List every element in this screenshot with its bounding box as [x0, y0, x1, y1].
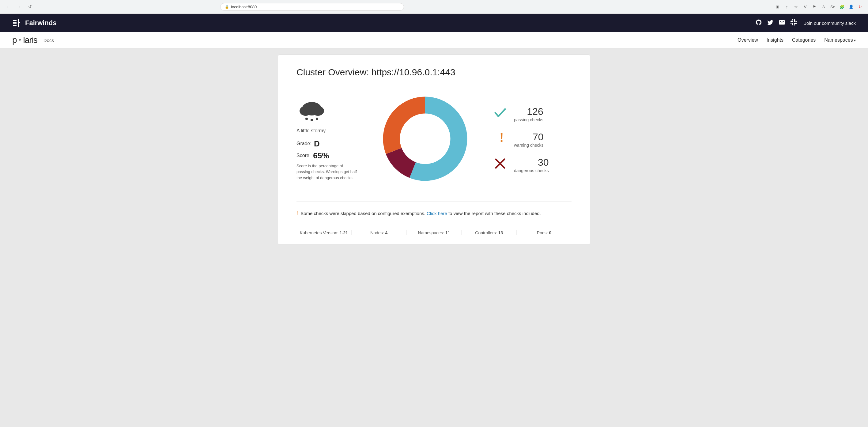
notice-bang-icon: ! — [297, 210, 298, 216]
footer-controllers: Controllers: 13 — [462, 230, 517, 235]
notice-text-after: to view the report with these checks inc… — [448, 211, 541, 216]
ext-update[interactable]: ↻ — [856, 3, 864, 11]
reload-button[interactable]: ↺ — [26, 2, 34, 11]
svg-point-9 — [305, 118, 308, 120]
app-subnav: p ◦ laris Docs Overview Insights Categor… — [0, 32, 868, 49]
danger-count: 30 — [514, 157, 549, 168]
danger-stat-row: 30 dangerous checks — [493, 157, 549, 173]
docs-link[interactable]: Docs — [43, 38, 54, 43]
nav-insights[interactable]: Insights — [767, 37, 783, 43]
ext-flag[interactable]: ⚑ — [810, 3, 818, 11]
footer-pods: Pods: 0 — [517, 230, 571, 235]
footer-nodes-label: Nodes: — [370, 230, 385, 235]
ext-vpn[interactable]: V — [801, 3, 809, 11]
ext-translate[interactable]: ⊞ — [774, 3, 782, 11]
back-button[interactable]: ← — [4, 2, 12, 11]
github-link[interactable] — [755, 19, 762, 27]
overview-grid: A little stormy Grade: D Score: 65% Scor… — [297, 90, 571, 189]
lock-icon: 🔒 — [225, 5, 229, 9]
overview-card: Cluster Overview: https://10.96.0.1:443 — [278, 55, 590, 245]
notice-click-here-link[interactable]: Click here — [427, 211, 447, 216]
email-link[interactable] — [779, 19, 785, 27]
left-column: A little stormy Grade: D Score: 65% Scor… — [297, 98, 358, 181]
app-header-top: Fairwinds Join our community slack — [0, 14, 868, 32]
footer-info-row: Kubernetes Version: 1.21 Nodes: 4 Namesp… — [297, 224, 571, 235]
grade-label: Grade: — [297, 141, 311, 146]
polaris-logo-rest: laris — [23, 35, 37, 45]
brand-logo-icon — [12, 18, 22, 28]
svg-rect-4 — [18, 22, 20, 23]
join-slack-link[interactable]: Join our community slack — [804, 21, 856, 26]
svg-text:!: ! — [500, 131, 503, 144]
grade-row: Grade: D — [297, 139, 358, 149]
ext-upload[interactable]: ↑ — [783, 3, 791, 11]
polaris-logo: p ◦ laris — [12, 35, 37, 45]
forward-button[interactable]: → — [15, 2, 23, 11]
browser-toolbar: ← → ↺ 🔒 localhost:8080 ⊞ ↑ ☆ V ⚑ A Se 🧩 … — [0, 0, 868, 13]
warning-notice: ! Some checks were skipped based on conf… — [297, 201, 571, 218]
url-text: localhost:8080 — [231, 5, 257, 9]
score-label: Score: — [297, 153, 311, 158]
warning-stat-info: 70 warning checks — [514, 131, 544, 148]
footer-namespaces-value: 11 — [445, 230, 450, 235]
warning-count: 70 — [514, 131, 544, 143]
score-description: Score is the percentage of passing check… — [297, 163, 358, 181]
passing-count: 126 — [514, 106, 543, 117]
footer-nodes: Nodes: 4 — [351, 230, 407, 235]
ext-a[interactable]: A — [819, 3, 828, 11]
weather-label: A little stormy — [297, 128, 358, 133]
browser-chrome: ← → ↺ 🔒 localhost:8080 ⊞ ↑ ☆ V ⚑ A Se 🧩 … — [0, 0, 868, 14]
ext-puzzle[interactable]: 🧩 — [838, 3, 846, 11]
svg-rect-8 — [303, 111, 321, 115]
ext-se[interactable]: Se — [829, 3, 837, 11]
notice-text-before: Some checks were skipped based on config… — [301, 211, 426, 216]
donut-chart — [376, 90, 474, 189]
weather-icon — [297, 98, 358, 126]
brand-logo[interactable]: Fairwinds — [12, 18, 57, 28]
brand-name: Fairwinds — [25, 19, 57, 27]
svg-point-11 — [316, 118, 318, 120]
passing-label: passing checks — [514, 117, 543, 122]
main-content: Cluster Overview: https://10.96.0.1:443 — [0, 49, 868, 427]
passing-check-icon — [493, 106, 508, 122]
nav-overview[interactable]: Overview — [738, 37, 758, 43]
footer-nodes-value: 4 — [385, 230, 388, 235]
polaris-logo-text: p — [12, 35, 17, 45]
footer-pods-label: Pods: — [537, 230, 549, 235]
svg-point-10 — [311, 119, 313, 121]
danger-check-icon — [493, 157, 508, 173]
polaris-logo-o: ◦ — [19, 35, 22, 45]
footer-pods-value: 0 — [549, 230, 552, 235]
svg-rect-1 — [13, 22, 17, 24]
address-bar[interactable]: 🔒 localhost:8080 — [220, 3, 404, 11]
warning-label: warning checks — [514, 143, 544, 148]
footer-k8s-version: Kubernetes Version: 1.21 — [297, 230, 351, 235]
warning-stat-row: ! 70 warning checks — [493, 131, 549, 148]
twitter-link[interactable] — [767, 19, 774, 27]
score-value: 65% — [313, 151, 329, 160]
footer-namespaces-label: Namespaces: — [418, 230, 445, 235]
footer-k8s-value: 1.21 — [340, 230, 348, 235]
danger-label: dangerous checks — [514, 168, 549, 173]
passing-stat-info: 126 passing checks — [514, 106, 543, 122]
header-social-links: Join our community slack — [755, 19, 856, 27]
svg-rect-0 — [13, 20, 17, 21]
slack-link[interactable] — [790, 19, 797, 27]
stats-column: 126 passing checks ! 70 warning checks — [493, 106, 549, 173]
grade-value: D — [314, 139, 320, 149]
footer-k8s-label: Kubernetes Version: — [300, 230, 340, 235]
nav-links: Overview Insights Categories Namespaces — [738, 37, 856, 43]
ext-star[interactable]: ☆ — [792, 3, 800, 11]
score-row: Score: 65% — [297, 151, 358, 160]
svg-rect-2 — [13, 25, 17, 26]
nav-categories[interactable]: Categories — [792, 37, 816, 43]
footer-namespaces: Namespaces: 11 — [407, 230, 462, 235]
nav-namespaces[interactable]: Namespaces — [824, 37, 856, 43]
danger-stat-info: 30 dangerous checks — [514, 157, 549, 173]
ext-avatar[interactable]: 👤 — [847, 3, 855, 11]
footer-controllers-value: 13 — [498, 230, 503, 235]
footer-controllers-label: Controllers: — [475, 230, 498, 235]
passing-stat-row: 126 passing checks — [493, 106, 549, 122]
warning-check-icon: ! — [493, 131, 508, 148]
browser-extensions: ⊞ ↑ ☆ V ⚑ A Se 🧩 👤 ↻ — [774, 3, 864, 11]
